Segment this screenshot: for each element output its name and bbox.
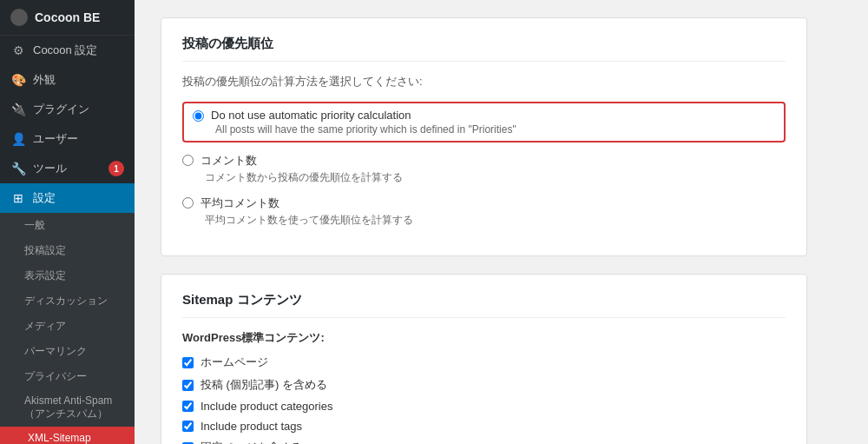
checkbox-posts-label: 投稿 (個別記事) を含める bbox=[201, 377, 327, 393]
sidebar-item-label: 外観 bbox=[33, 72, 56, 88]
radio-avg-comment-sublabel: 平均コメント数を使って優先順位を計算する bbox=[205, 213, 786, 228]
submenu-privacy[interactable]: プライバシー bbox=[0, 364, 135, 389]
sidebar-item-cocoon-settings[interactable]: ⚙ Cocoon 設定 bbox=[0, 36, 135, 65]
sidebar: Cocoon BE ⚙ Cocoon 設定 🎨 外観 🔌 プラグイン 👤 ユーザ… bbox=[0, 0, 135, 444]
sidebar-item-appearance[interactable]: 🎨 外観 bbox=[0, 65, 135, 95]
submenu-permalinks[interactable]: パーマリンク bbox=[0, 339, 135, 364]
settings-icon: ⚙ bbox=[10, 43, 26, 58]
radio-comment-count-sublabel: コメント数から投稿の優先順位を計算する bbox=[205, 170, 786, 185]
radio-avg-comment[interactable] bbox=[182, 197, 194, 209]
radio-option-no-auto: Do not use automatic priority calculatio… bbox=[182, 102, 786, 142]
radio-option-avg-comment: 平均コメント数 平均コメント数を使って優先順位を計算する bbox=[182, 195, 786, 228]
sidebar-item-plugins[interactable]: 🔌 プラグイン bbox=[0, 95, 135, 124]
checkbox-product-cats-label: Include product categories bbox=[201, 400, 332, 413]
appearance-icon: 🎨 bbox=[10, 72, 26, 88]
checkbox-posts: 投稿 (個別記事) を含める bbox=[182, 377, 786, 393]
checkbox-product-cats-input[interactable] bbox=[182, 401, 194, 412]
tools-icon: 🔧 bbox=[10, 161, 26, 176]
radio-no-auto-sublabel: All posts will have the same priority wh… bbox=[215, 123, 775, 136]
priority-description: 投稿の優先順位の計算方法を選択してください: bbox=[182, 74, 786, 89]
radio-comment-count-label: コメント数 bbox=[201, 153, 257, 169]
radio-no-auto[interactable] bbox=[193, 110, 204, 122]
checkbox-fixed-pages-label: 固定ページを含める bbox=[201, 440, 302, 444]
checkbox-posts-input[interactable] bbox=[182, 380, 194, 391]
checkbox-product-tags: Include product tags bbox=[182, 420, 786, 433]
priority-title: 投稿の優先順位 bbox=[182, 36, 786, 62]
checkbox-homepage-label: ホームページ bbox=[201, 355, 268, 370]
plugins-icon: 🔌 bbox=[10, 102, 26, 117]
radio-avg-comment-label: 平均コメント数 bbox=[201, 195, 279, 211]
checkbox-homepage: ホームページ bbox=[182, 355, 786, 370]
submenu-media[interactable]: メディア bbox=[0, 314, 135, 339]
checkbox-product-cats: Include product categories bbox=[182, 400, 786, 413]
checkbox-homepage-input[interactable] bbox=[182, 357, 194, 368]
radio-comment-count[interactable] bbox=[182, 155, 194, 166]
brand-icon bbox=[10, 9, 28, 26]
radio-no-auto-label: Do not use automatic priority calculatio… bbox=[211, 109, 411, 122]
checkbox-product-tags-label: Include product tags bbox=[201, 420, 302, 433]
right-panel bbox=[833, 0, 868, 444]
sitemap-title: Sitemap コンテンツ bbox=[182, 292, 786, 318]
settings-submenu: 一般 投稿設定 表示設定 ディスカッション メディア パーマリンク プライバシー… bbox=[0, 213, 135, 444]
sidebar-item-tools[interactable]: 🔧 ツール 1 bbox=[0, 154, 135, 183]
sidebar-item-settings[interactable]: ⊞ 設定 bbox=[0, 183, 135, 213]
checkbox-product-tags-input[interactable] bbox=[182, 421, 194, 432]
sidebar-item-label: プラグイン bbox=[33, 102, 89, 117]
users-icon: 👤 bbox=[10, 131, 26, 147]
submenu-discussion[interactable]: ディスカッション bbox=[0, 288, 135, 314]
sidebar-item-label: Cocoon 設定 bbox=[33, 43, 97, 58]
priority-section: 投稿の優先順位 投稿の優先順位の計算方法を選択してください: Do not us… bbox=[161, 17, 807, 256]
sidebar-item-label: ツール bbox=[33, 161, 67, 176]
submenu-xml-sitemap[interactable]: XML-Sitemap bbox=[0, 427, 135, 444]
sitemap-section: Sitemap コンテンツ WordPress標準コンテンツ: ホームページ 投… bbox=[161, 274, 807, 444]
sidebar-brand: Cocoon BE bbox=[0, 0, 135, 36]
submenu-display-settings[interactable]: 表示設定 bbox=[0, 263, 135, 288]
checkbox-fixed-pages: 固定ページを含める bbox=[182, 440, 786, 444]
sidebar-item-label: 設定 bbox=[33, 190, 56, 206]
tools-badge: 1 bbox=[108, 161, 124, 176]
sidebar-item-users[interactable]: 👤 ユーザー bbox=[0, 124, 135, 154]
submenu-akismet[interactable]: Akismet Anti-Spam（アンチスパム） bbox=[0, 389, 135, 427]
brand-name: Cocoon BE bbox=[35, 10, 100, 24]
sidebar-item-label: ユーザー bbox=[33, 131, 78, 147]
radio-option-comment-count: コメント数 コメント数から投稿の優先順位を計算する bbox=[182, 153, 786, 185]
submenu-general[interactable]: 一般 bbox=[0, 213, 135, 238]
sitemap-group-title: WordPress標準コンテンツ: bbox=[182, 330, 786, 346]
settings-icon: ⊞ bbox=[10, 190, 26, 206]
main-content: 投稿の優先順位 投稿の優先順位の計算方法を選択してください: Do not us… bbox=[135, 0, 833, 444]
submenu-post-settings[interactable]: 投稿設定 bbox=[0, 238, 135, 263]
